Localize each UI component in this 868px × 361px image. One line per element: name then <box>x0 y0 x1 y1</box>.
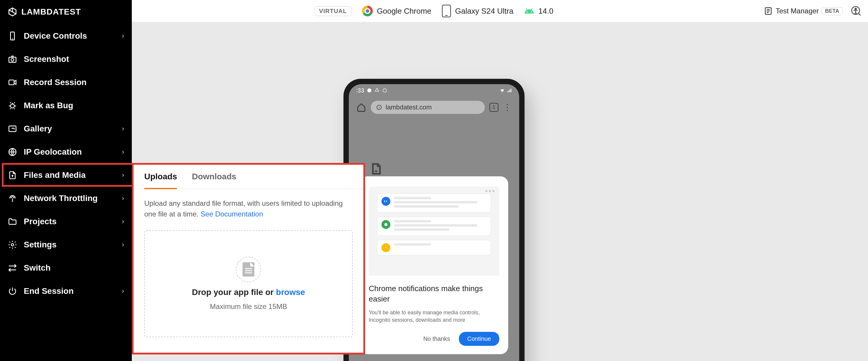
sidebar: LAMBDATEST Device Controls › Screenshot … <box>0 0 132 361</box>
os-selector[interactable]: 14.0 <box>524 6 554 16</box>
phone-screen[interactable]: :33 lambdatest.com 1 ⋮ <box>349 84 519 361</box>
sidebar-label: Gallery <box>24 124 52 134</box>
sidebar-label: End Session <box>24 286 73 296</box>
sidebar-label: Device Controls <box>24 31 87 41</box>
bug-icon <box>8 101 17 110</box>
wifi-icon <box>500 88 505 93</box>
sidebar-item-device-controls[interactable]: Device Controls › <box>0 24 132 48</box>
camera-icon <box>8 54 17 64</box>
globe-icon <box>8 147 17 157</box>
sidebar-label: IP Geolocation <box>24 147 82 157</box>
chevron-right-icon: › <box>122 241 124 249</box>
files-media-panel: Uploads Downloads Upload any standard fi… <box>133 165 363 353</box>
chevron-right-icon: › <box>122 32 124 40</box>
sidebar-item-settings[interactable]: Settings › <box>0 233 132 256</box>
antenna-icon <box>8 194 17 203</box>
modal-title: Chrome notifications make things easier <box>369 283 499 304</box>
panel-tabs: Uploads Downloads <box>133 165 363 189</box>
tabs-button[interactable]: 1 <box>490 103 498 112</box>
test-manager-link[interactable]: Test Manager BETA <box>764 6 842 16</box>
dropzone-circle <box>236 257 261 282</box>
sidebar-label: Mark as Bug <box>24 101 73 110</box>
device-selector[interactable]: Galaxy S24 Ultra <box>442 5 514 17</box>
svg-point-14 <box>384 223 388 226</box>
chevron-right-icon: › <box>122 287 124 295</box>
sidebar-item-record[interactable]: Record Session <box>0 71 132 94</box>
panel-description: Upload any standard file format, with us… <box>144 198 353 219</box>
svg-rect-4 <box>9 57 16 62</box>
status-time: :33 <box>356 87 364 94</box>
chevron-right-icon: › <box>122 218 124 225</box>
dropzone-title: Drop your app file or browse <box>192 287 305 297</box>
browser-label: Google Chrome <box>377 6 431 16</box>
chevron-right-icon: › <box>122 171 124 179</box>
svg-point-5 <box>11 58 14 61</box>
sidebar-item-bug[interactable]: Mark as Bug <box>0 94 132 117</box>
sidebar-item-switch[interactable]: Switch <box>0 256 132 280</box>
chevron-right-icon: › <box>122 194 124 202</box>
phone-icon <box>442 5 451 17</box>
sidebar-label: Files and Media <box>24 170 86 180</box>
video-icon <box>8 78 17 87</box>
chevron-right-icon: › <box>122 148 124 156</box>
svg-point-11 <box>367 88 371 92</box>
gallery-icon <box>8 124 17 134</box>
tab-uploads[interactable]: Uploads <box>144 172 177 189</box>
device-label: Galaxy S24 Ultra <box>455 6 514 16</box>
sidebar-item-screenshot[interactable]: Screenshot <box>0 48 132 71</box>
chrome-icon <box>362 6 373 16</box>
no-thanks-button[interactable]: No thanks <box>423 335 450 342</box>
android-icon <box>524 6 534 16</box>
status-icon <box>382 88 388 93</box>
upload-dropzone[interactable]: Drop your app file or browse Maximum fil… <box>144 230 353 337</box>
device-preview: :33 lambdatest.com 1 ⋮ <box>343 79 525 361</box>
logo-text: LAMBDATEST <box>21 7 81 17</box>
files-icon <box>8 170 17 180</box>
browser-selector[interactable]: Google Chrome <box>362 6 431 16</box>
logo[interactable]: LAMBDATEST <box>0 4 132 24</box>
menu-button[interactable]: ⋮ <box>503 103 512 112</box>
info-icon <box>376 104 382 110</box>
url-bar[interactable]: lambdatest.com <box>371 101 485 114</box>
chrome-notification-modal: Chrome notifications make things easier … <box>360 176 508 354</box>
sidebar-item-gallery[interactable]: Gallery › <box>0 117 132 140</box>
tab-downloads[interactable]: Downloads <box>192 172 236 189</box>
svg-rect-6 <box>9 80 14 85</box>
switch-icon <box>8 263 17 273</box>
sidebar-label: Switch <box>24 263 51 273</box>
browser-toolbar: lambdatest.com 1 ⋮ <box>353 99 515 116</box>
phone-frame: :33 lambdatest.com 1 ⋮ <box>343 79 525 361</box>
file-icon <box>243 262 254 277</box>
chevron-right-icon: › <box>122 125 124 133</box>
svg-point-7 <box>10 104 14 108</box>
sidebar-label: Settings <box>24 240 56 249</box>
accessibility-icon[interactable] <box>850 5 862 17</box>
test-manager-label: Test Manager <box>776 7 819 15</box>
home-icon[interactable] <box>356 103 366 112</box>
sidebar-label: Network Throttling <box>24 194 98 203</box>
gear-icon <box>8 240 17 249</box>
sidebar-item-end-session[interactable]: End Session › <box>0 280 132 303</box>
modal-subtitle: You'll be able to easily manage media co… <box>369 309 499 324</box>
status-icon <box>374 88 380 93</box>
svg-point-12 <box>383 89 386 92</box>
url-text: lambdatest.com <box>385 104 432 111</box>
see-documentation-link[interactable]: See Documentation <box>200 210 263 218</box>
sidebar-item-geolocation[interactable]: IP Geolocation › <box>0 140 132 164</box>
status-bar: :33 <box>349 84 519 96</box>
sidebar-item-files-media[interactable]: Files and Media › <box>0 164 132 187</box>
status-icon <box>367 88 372 93</box>
sidebar-label: Screenshot <box>24 54 69 64</box>
os-label: 14.0 <box>538 6 554 16</box>
logo-icon <box>8 7 17 17</box>
dropzone-subtitle: Maximum file size 15MB <box>210 302 287 311</box>
continue-button[interactable]: Continue <box>459 332 499 346</box>
browse-link[interactable]: browse <box>276 287 305 297</box>
error-file-icon <box>370 162 383 176</box>
signal-icon <box>507 88 512 93</box>
sidebar-item-projects[interactable]: Projects › <box>0 210 132 233</box>
svg-point-2 <box>855 8 857 10</box>
sidebar-item-network[interactable]: Network Throttling › <box>0 187 132 210</box>
modal-illustration <box>369 187 499 276</box>
sidebar-label: Projects <box>24 217 57 226</box>
